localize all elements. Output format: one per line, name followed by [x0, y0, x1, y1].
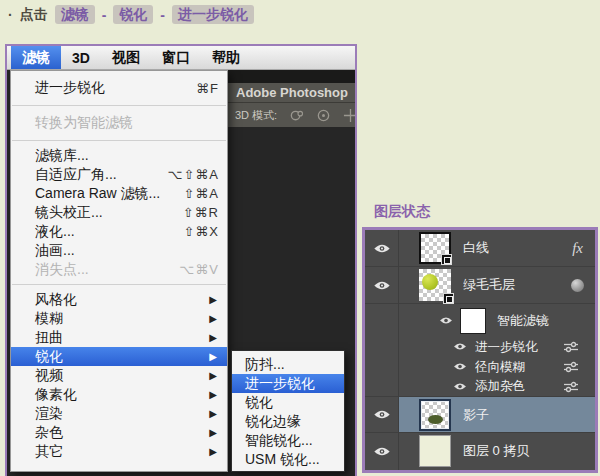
visibility-eye-icon[interactable] [365, 280, 398, 291]
caption-step-sharpen-more: 进一步锐化 [172, 5, 254, 24]
3d-orbit-icon[interactable] [289, 108, 304, 123]
menu-item-pixelate[interactable]: 像素化 ▶ [11, 385, 227, 404]
layers-panel-title: 图层状态 [374, 203, 430, 221]
caption-step-sharpen: 锐化 [113, 5, 153, 24]
filter-blending-options-icon[interactable] [563, 341, 579, 353]
smart-filter-row-add-noise[interactable]: 添加杂色 [365, 377, 595, 397]
layer-thumbnail[interactable] [419, 435, 451, 467]
submenu-arrow-icon: ▶ [209, 389, 217, 400]
layer-name[interactable]: 图层 0 拷贝 [463, 442, 595, 460]
menu-item-noise[interactable]: 杂色 ▶ [11, 423, 227, 442]
menu-item-render[interactable]: 渲染 ▶ [11, 404, 227, 423]
menu-item-sharpen[interactable]: 锐化 ▶ [11, 347, 227, 366]
submenu-arrow-icon: ▶ [209, 294, 217, 305]
visibility-eye-icon[interactable] [439, 313, 453, 328]
window-content: Adobe Photoshop 3D 模式: 进一步锐化 [7, 70, 355, 476]
caption-separator: - [102, 7, 107, 23]
menu-item-oil-paint[interactable]: 油画... [11, 241, 227, 260]
menu-item-stylize[interactable]: 风格化 ▶ [11, 290, 227, 309]
layer-effect-sphere-icon [571, 279, 584, 292]
caption-prefix: 点击 [20, 6, 48, 24]
smart-filter-mask-thumbnail[interactable] [460, 308, 486, 334]
menu-item-sharpen-more[interactable]: 进一步锐化 ⌘F [11, 76, 227, 100]
visibility-eye-icon[interactable] [453, 340, 467, 354]
filter-name: 进一步锐化 [475, 339, 563, 356]
selected-layer-highlight: 影子 [398, 397, 595, 432]
layer-row-shadow-selected[interactable]: 影子 [365, 397, 595, 433]
submenu-arrow-icon: ▶ [209, 313, 217, 324]
smart-filters-row[interactable]: 智能滤镜 [365, 304, 595, 337]
visibility-eye-icon[interactable] [365, 243, 398, 254]
shadow-layer-content [428, 415, 443, 424]
submenu-arrow-icon: ▶ [209, 408, 217, 419]
menu-separator [12, 105, 226, 106]
submenu-item-shake-reduction[interactable]: 防抖... [232, 355, 344, 374]
menubar-item-filter[interactable]: 滤镜 [11, 46, 61, 69]
menubar-item-view[interactable]: 视图 [101, 46, 151, 69]
3d-roll-icon[interactable] [316, 108, 331, 123]
menu-separator [12, 140, 226, 141]
layer-row-green-fur[interactable]: 绿毛毛层 [365, 267, 595, 304]
menubar-item-3d[interactable]: 3D [61, 46, 101, 69]
submenu-item-smart-sharpen[interactable]: 智能锐化... [232, 431, 344, 450]
menu-separator [12, 284, 226, 285]
layer-row-white-line[interactable]: 白线 fx [365, 230, 595, 267]
visibility-eye-icon[interactable] [453, 380, 467, 394]
submenu-arrow-icon: ▶ [209, 332, 217, 343]
3d-mode-label: 3D 模式: [235, 108, 277, 123]
submenu-arrow-icon: ▶ [209, 427, 217, 438]
layer-row-layer0-copy[interactable]: 图层 0 拷贝 [365, 433, 595, 469]
caption-separator: - [160, 7, 165, 23]
app-dark-strip [228, 70, 355, 83]
filter-blending-options-icon[interactable] [563, 381, 579, 393]
visibility-eye-icon[interactable] [365, 446, 398, 457]
app-title: Adobe Photoshop [228, 83, 355, 102]
smart-object-badge-icon [443, 293, 454, 304]
filter-menu: 进一步锐化 ⌘F 转换为智能滤镜 滤镜库... 自适应广角... ⌥⇧⌘A Ca… [10, 70, 228, 472]
filter-blending-options-icon[interactable] [563, 361, 579, 373]
submenu-item-sharpen[interactable]: 锐化 [232, 393, 344, 412]
menu-item-distort[interactable]: 扭曲 ▶ [11, 328, 227, 347]
smart-filter-row-sharpen-more[interactable]: 进一步锐化 [365, 337, 595, 357]
filter-name: 径向模糊 [475, 359, 563, 376]
caption: · 点击 滤镜 - 锐化 - 进一步锐化 [8, 5, 254, 24]
layer-name[interactable]: 绿毛毛层 [463, 276, 571, 294]
sharpen-submenu: 防抖... 进一步锐化 锐化 锐化边缘 智能锐化... USM 锐化... [231, 350, 345, 472]
menu-item-vanishing-point: 消失点... ⌥⌘V [11, 260, 227, 279]
filter-name: 添加杂色 [475, 378, 563, 395]
submenu-item-usm-sharpen[interactable]: USM 锐化... [232, 450, 344, 469]
layer-thumbnail[interactable] [419, 399, 451, 431]
caption-step-filter: 滤镜 [55, 5, 95, 24]
submenu-item-sharpen-edges[interactable]: 锐化边缘 [232, 412, 344, 431]
smart-filter-row-radial-blur[interactable]: 径向模糊 [365, 357, 595, 377]
menu-item-camera-raw[interactable]: Camera Raw 滤镜... ⇧⌘A [11, 184, 227, 203]
submenu-arrow-icon: ▶ [209, 370, 217, 381]
menu-item-filter-gallery[interactable]: 滤镜库... [11, 146, 227, 165]
eye-column-divider [398, 230, 399, 470]
visibility-eye-icon[interactable] [453, 360, 467, 374]
submenu-arrow-icon: ▶ [209, 351, 217, 362]
submenu-arrow-icon: ▶ [209, 446, 217, 457]
layer-thumbnail[interactable] [419, 269, 451, 301]
layer-thumbnail[interactable] [419, 232, 451, 264]
submenu-item-sharpen-more[interactable]: 进一步锐化 [232, 374, 344, 393]
layers-panel: 白线 fx 绿毛毛层 智能滤镜 进一步锐化 [362, 227, 598, 473]
menubar-item-window[interactable]: 窗口 [151, 46, 201, 69]
menu-item-video[interactable]: 视频 ▶ [11, 366, 227, 385]
fx-badge-icon[interactable]: fx [572, 240, 583, 257]
menu-item-liquify[interactable]: 液化... ⇧⌘X [11, 222, 227, 241]
layer-name[interactable]: 白线 [463, 239, 572, 257]
vector-mask-badge-icon [441, 254, 452, 265]
options-bar: 3D 模式: [228, 102, 355, 127]
caption-bullet: · [8, 7, 13, 23]
menu-item-adaptive-wide-angle[interactable]: 自适应广角... ⌥⇧⌘A [11, 165, 227, 184]
photoshop-window: 滤镜 3D 视图 窗口 帮助 Adobe Photoshop 3D 模式: [5, 44, 357, 476]
visibility-eye-icon[interactable] [365, 409, 398, 420]
green-layer-content [422, 274, 438, 290]
menubar-item-help[interactable]: 帮助 [201, 46, 251, 69]
menu-item-lens-correction[interactable]: 镜头校正... ⇧⌘R [11, 203, 227, 222]
menu-item-other[interactable]: 其它 ▶ [11, 442, 227, 461]
3d-pan-icon[interactable] [343, 108, 355, 123]
layer-name[interactable]: 影子 [463, 406, 595, 424]
menu-item-blur[interactable]: 模糊 ▶ [11, 309, 227, 328]
